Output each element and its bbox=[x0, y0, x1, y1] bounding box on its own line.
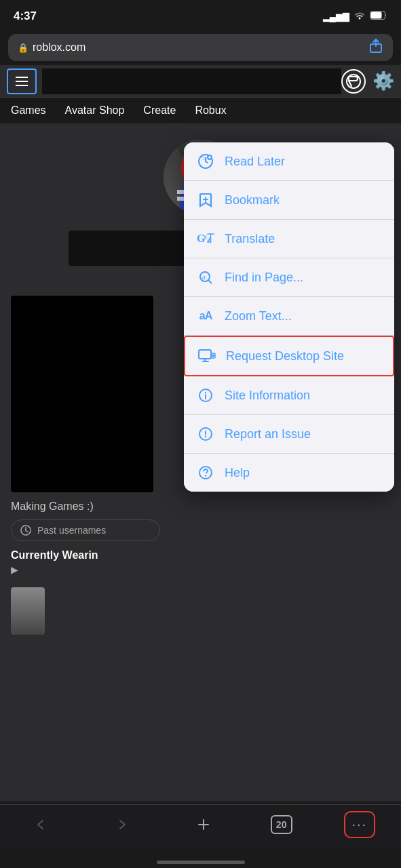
find-in-page-icon: a bbox=[196, 268, 215, 287]
share-button[interactable] bbox=[368, 39, 383, 57]
browser-nav: ⚙️ bbox=[0, 65, 401, 98]
read-later-label: Read Later bbox=[225, 155, 285, 169]
add-tab-button[interactable] bbox=[189, 810, 218, 840]
tabs-count-label: 20 bbox=[276, 819, 287, 830]
menu-item-bookmark[interactable]: Bookmark bbox=[184, 181, 394, 220]
tabs-count-button[interactable]: 20 bbox=[271, 815, 292, 834]
find-in-page-label: Find in Page... bbox=[225, 271, 303, 285]
roblox-logo-area bbox=[42, 68, 341, 94]
url-bar[interactable]: 🔒 roblox.com bbox=[8, 34, 393, 61]
menu-item-find-in-page[interactable]: a Find in Page... bbox=[184, 258, 394, 297]
roblox-tabs: Games Avatar Shop Create Robux bbox=[0, 98, 401, 123]
svg-point-16 bbox=[205, 436, 206, 437]
menu-item-report-issue[interactable]: Report an Issue bbox=[184, 415, 394, 454]
lock-icon: 🔒 bbox=[18, 43, 28, 53]
translate-icon: G x bbox=[196, 229, 215, 248]
bookmark-label: Bookmark bbox=[225, 193, 280, 208]
site-information-label: Site Information bbox=[225, 389, 310, 403]
gear-icon-button[interactable]: ⚙️ bbox=[373, 71, 394, 92]
site-information-icon bbox=[196, 386, 215, 405]
translate-label: Translate bbox=[225, 232, 275, 246]
report-issue-icon bbox=[196, 425, 215, 443]
svg-text:x: x bbox=[204, 233, 207, 241]
menu-item-help[interactable]: Help bbox=[184, 454, 394, 492]
dropdown-overlay: Read Later Bookmark G x bbox=[0, 123, 401, 802]
menu-item-read-later[interactable]: Read Later bbox=[184, 142, 394, 181]
tab-games[interactable]: Games bbox=[11, 104, 46, 117]
dropdown-menu: Read Later Bookmark G x bbox=[184, 142, 394, 492]
bottom-toolbar: 20 ··· bbox=[0, 804, 401, 848]
tab-avatar-shop[interactable]: Avatar Shop bbox=[65, 104, 125, 117]
back-button[interactable] bbox=[26, 810, 56, 840]
battery-icon bbox=[370, 11, 387, 22]
main-content: □ □ □ Making Games :) Past usernames Cur… bbox=[0, 123, 401, 802]
status-time: 4:37 bbox=[14, 9, 37, 23]
svg-point-14 bbox=[205, 392, 206, 393]
signal-icon: ▂▄▆▇ bbox=[323, 12, 349, 22]
request-desktop-icon bbox=[197, 347, 216, 366]
menu-item-zoom-text[interactable]: aA Zoom Text... bbox=[184, 297, 394, 336]
hamburger-button[interactable] bbox=[7, 68, 37, 94]
status-icons: ▂▄▆▇ bbox=[323, 10, 387, 22]
status-bar: 4:37 ▂▄▆▇ bbox=[0, 0, 401, 30]
more-icon: ··· bbox=[352, 816, 368, 832]
report-issue-label: Report an Issue bbox=[225, 427, 311, 441]
svg-rect-1 bbox=[371, 12, 382, 19]
more-button[interactable]: ··· bbox=[344, 811, 375, 838]
roblox-r-icon[interactable] bbox=[341, 69, 366, 94]
tab-robux[interactable]: Robux bbox=[195, 104, 226, 117]
svg-point-17 bbox=[199, 467, 212, 479]
url-text: roblox.com bbox=[33, 41, 85, 54]
zoom-text-icon: aA bbox=[196, 307, 215, 326]
tab-create[interactable]: Create bbox=[143, 104, 176, 117]
zoom-text-label: Zoom Text... bbox=[225, 309, 292, 323]
svg-text:a: a bbox=[202, 273, 206, 281]
menu-item-request-desktop-site[interactable]: Request Desktop Site bbox=[184, 336, 394, 376]
menu-item-site-information[interactable]: Site Information bbox=[184, 376, 394, 415]
forward-button[interactable] bbox=[107, 810, 137, 840]
bookmark-icon bbox=[196, 191, 215, 210]
request-desktop-label: Request Desktop Site bbox=[226, 349, 344, 363]
help-label: Help bbox=[225, 466, 250, 480]
menu-item-translate[interactable]: G x Translate bbox=[184, 220, 394, 258]
wifi-icon bbox=[354, 10, 366, 22]
svg-rect-11 bbox=[199, 350, 211, 359]
svg-point-18 bbox=[205, 475, 206, 476]
browser-chrome: 🔒 roblox.com bbox=[0, 30, 401, 65]
help-icon bbox=[196, 463, 215, 482]
home-indicator bbox=[157, 861, 245, 864]
read-later-icon bbox=[196, 152, 215, 171]
